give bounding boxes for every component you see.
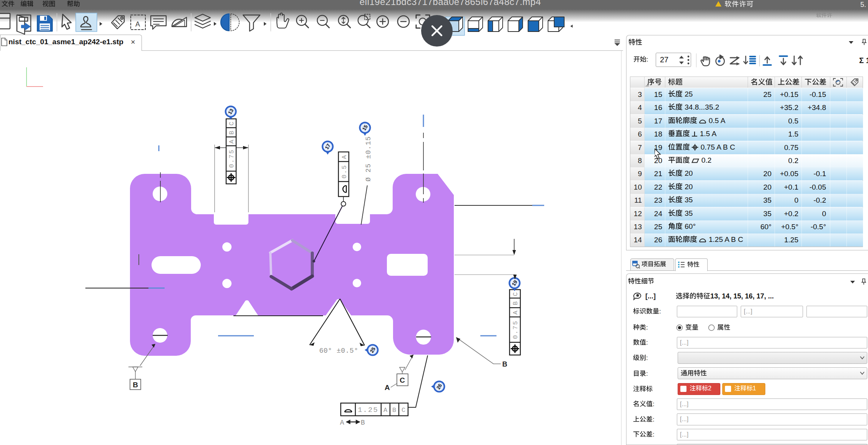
svg-text:A: A [385,383,390,392]
svg-text:B: B [228,130,235,135]
svg-text:A: A [341,154,348,159]
svg-text:0.75: 0.75 [228,149,235,168]
svg-text:A: A [135,20,140,28]
svg-text:B: B [512,300,519,305]
svg-text:B: B [392,407,396,414]
svg-text:A: A [228,139,235,143]
svg-text:C: C [402,407,405,414]
svg-text:A: A [340,419,344,427]
svg-text:C: C [228,121,235,125]
svg-text:C: C [512,292,519,296]
svg-text:1.25: 1.25 [358,406,378,414]
svg-text:Ø 25 ±0.15: Ø 25 ±0.15 [365,136,372,182]
svg-text:0.5: 0.5 [341,165,348,179]
svg-text:B: B [133,381,138,389]
svg-text:C: C [400,376,405,384]
svg-text:60° ±0.5°: 60° ±0.5° [319,347,358,355]
svg-text:B: B [361,419,365,427]
svg-text:B: B [502,360,507,368]
svg-text:A: A [512,310,519,315]
svg-text:A: A [383,407,388,414]
svg-text:0.75: 0.75 [512,320,519,339]
